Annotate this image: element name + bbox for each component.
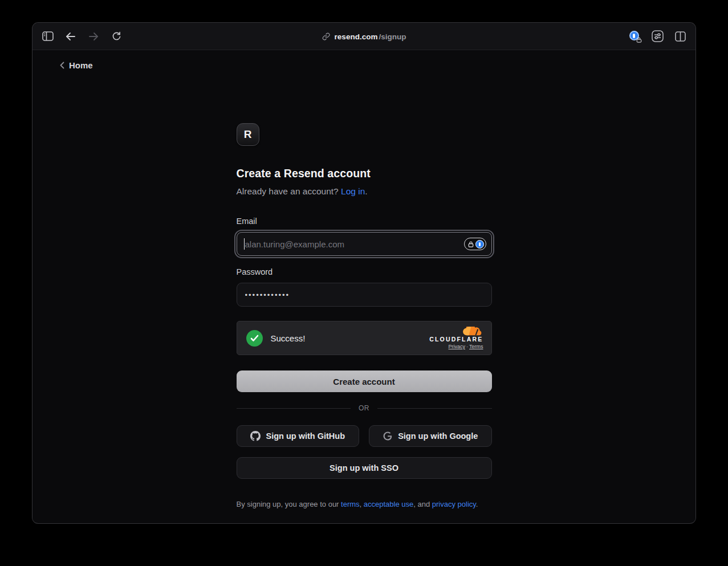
- back-button-icon[interactable]: [64, 30, 77, 43]
- split-view-icon[interactable]: [674, 30, 686, 43]
- password-input[interactable]: [237, 283, 492, 307]
- terms-link[interactable]: terms: [341, 500, 360, 508]
- cloudflare-terms-link[interactable]: Terms: [469, 344, 483, 349]
- reload-icon[interactable]: [110, 30, 123, 43]
- page-title: Create a Resend account: [237, 167, 492, 180]
- acceptable-use-link[interactable]: acceptable use: [364, 500, 413, 508]
- page-content: Home R Create a Resend account Already h…: [32, 50, 696, 523]
- address-bar[interactable]: resend.com/signup: [322, 23, 406, 50]
- legal-text: By signing up, you agree to our terms, a…: [237, 500, 492, 508]
- cloudflare-turnstile-widget: Success! CLOUDFLARE Privacy·Terms: [237, 321, 492, 355]
- success-check-icon: [246, 330, 263, 347]
- sidebar-toggle-icon[interactable]: [42, 30, 54, 43]
- breadcrumb-label: Home: [69, 60, 93, 70]
- password-label: Password: [237, 267, 492, 276]
- link-icon: [322, 32, 330, 40]
- sign-up-github-button[interactable]: Sign up with GitHub: [237, 425, 360, 447]
- browser-window: resend.com/signup: [32, 23, 696, 523]
- cloudflare-wordmark: CLOUDFLARE: [429, 336, 483, 343]
- log-in-link[interactable]: Log in: [341, 186, 365, 196]
- turnstile-status: Success!: [271, 333, 306, 343]
- url-path: /signup: [379, 32, 406, 41]
- privacy-policy-link[interactable]: privacy policy: [432, 500, 476, 508]
- lock-icon: [468, 241, 474, 247]
- forward-button-icon[interactable]: [87, 30, 100, 43]
- resend-logo-letter: R: [244, 128, 252, 141]
- email-field-group: Email: [237, 217, 492, 256]
- email-input[interactable]: [237, 232, 492, 256]
- signup-card: R Create a Resend account Already have a…: [237, 123, 492, 508]
- chevron-left-icon: [60, 62, 64, 69]
- cloudflare-privacy-link[interactable]: Privacy: [448, 344, 465, 349]
- page-settings-icon[interactable]: [651, 30, 664, 43]
- or-label: OR: [359, 404, 369, 412]
- github-icon: [250, 431, 261, 441]
- password-field-group: Password: [237, 267, 492, 307]
- text-caret: [244, 238, 245, 250]
- one-password-icon: [475, 240, 484, 249]
- url-host: resend.com: [335, 32, 378, 41]
- subtitle: Already have an account? Log in.: [237, 186, 492, 197]
- google-icon: [383, 431, 393, 441]
- breadcrumb-home-link[interactable]: Home: [60, 60, 93, 70]
- browser-toolbar: resend.com/signup: [32, 23, 696, 50]
- or-divider: OR: [237, 404, 492, 412]
- resend-logo: R: [237, 123, 259, 146]
- password-manager-fill-button[interactable]: [464, 238, 486, 250]
- cloudflare-cloud-icon: [462, 327, 483, 336]
- sign-up-google-button[interactable]: Sign up with Google: [369, 425, 492, 447]
- sign-up-sso-button[interactable]: Sign up with SSO: [237, 457, 492, 479]
- create-account-button[interactable]: Create account: [237, 370, 492, 392]
- email-label: Email: [237, 217, 492, 226]
- cloudflare-branding: CLOUDFLARE Privacy·Terms: [429, 327, 483, 349]
- password-manager-extension-icon[interactable]: [628, 30, 641, 43]
